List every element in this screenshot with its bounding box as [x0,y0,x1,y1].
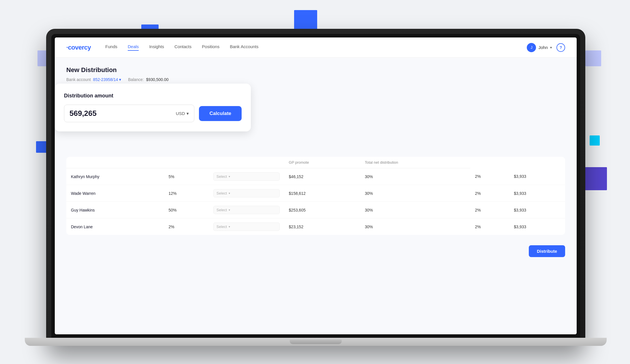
col-name [66,157,164,168]
col-net-distribution: Total net distribution [360,157,470,168]
nav-positions[interactable]: Positions [202,44,219,51]
select-dropdown-1[interactable]: Select ▾ [213,189,280,197]
bank-info: Bank account 852-23958/14 ▾ Balance: $93… [66,77,565,82]
select-dropdown-3[interactable]: Select ▾ [213,222,280,231]
cell-percent-3: 2% [164,218,209,235]
table-row: Kathryn Murphy 5% Select ▾ $46,152 30% 2… [66,168,565,185]
calculate-button[interactable]: Calculate [199,106,242,121]
nav-links: Funds Deals Insights Contacts Positions … [105,44,527,51]
dropdown-icon: ▾ [119,77,121,82]
main-content: New Distribution Bank account 852-23958/… [55,58,577,334]
cell-net-dist-1: $3,933 [509,185,565,202]
cell-amount-1: $158,612 [284,185,360,202]
page-title: New Distribution [66,66,565,74]
cell-amount-2: $253,605 [284,202,360,218]
nav-right: J John ▾ ? [527,43,565,52]
table-container: GP promote Total net distribution Kathry… [66,157,565,257]
deco-square-9 [584,167,607,190]
nav-funds[interactable]: Funds [105,44,117,51]
action-row: Distribute [66,239,565,257]
user-avatar: J [527,43,536,52]
amount-input[interactable] [69,109,176,118]
user-menu[interactable]: J John ▾ [527,43,552,52]
laptop-frame: ·covercy Funds Deals Insights Contacts P… [46,29,585,346]
cell-net-dist-2: $3,933 [509,202,565,218]
cell-select-1[interactable]: Select ▾ [209,185,284,202]
user-name: John [538,45,548,50]
select-dropdown-2[interactable]: Select ▾ [213,206,280,214]
cell-percent-0: 5% [164,168,209,185]
deco-square-6 [590,135,600,146]
cell-gp-promote-2: 2% [470,202,509,218]
cell-hurdle-2: 30% [360,202,470,218]
table-row: Devon Lane 2% Select ▾ $23,152 30% 2% $3… [66,218,565,235]
dropdown-chevron-icon-1: ▾ [229,192,230,195]
dropdown-chevron-icon-3: ▾ [229,225,230,228]
deco-square-7 [36,141,48,153]
cell-select-2[interactable]: Select ▾ [209,202,284,218]
amount-input-wrapper: USD ▾ [64,105,194,122]
dropdown-chevron-icon-2: ▾ [229,208,230,212]
cell-hurdle-3: 30% [360,218,470,235]
bank-account-label: Bank account [66,77,91,82]
table-body: Kathryn Murphy 5% Select ▾ $46,152 30% 2… [66,168,565,235]
balance-label: Balance: [128,77,144,82]
nav-contacts[interactable]: Contacts [174,44,191,51]
cell-hurdle-1: 30% [360,185,470,202]
distribution-table: GP promote Total net distribution Kathry… [66,157,565,235]
laptop-base [25,338,606,346]
screen-content: ·covercy Funds Deals Insights Contacts P… [55,37,577,334]
distribute-button[interactable]: Distribute [529,245,565,257]
table-header: GP promote Total net distribution [66,157,565,168]
select-dropdown-0[interactable]: Select ▾ [213,172,280,181]
nav-deals[interactable]: Deals [128,44,139,51]
distribution-input-row: USD ▾ Calculate [64,105,242,122]
distribution-card-title: Distribution amount [64,93,242,99]
bank-account-info: Bank account 852-23958/14 ▾ [66,77,121,82]
chevron-down-icon: ▾ [550,46,552,50]
cell-gp-promote-0: 2% [470,168,509,185]
col-percent [164,157,209,168]
cell-hurdle-0: 30% [360,168,470,185]
dropdown-chevron-icon-0: ▾ [229,175,230,178]
logo: ·covercy [66,44,91,51]
balance-info: Balance: $930,500.00 [128,77,168,82]
col-select [209,157,284,168]
nav-insights[interactable]: Insights [149,44,164,51]
bank-account-value[interactable]: 852-23958/14 ▾ [93,77,121,82]
cell-amount-0: $46,152 [284,168,360,185]
table-row: Guy Hawkins 50% Select ▾ $253,605 30% 2%… [66,202,565,218]
cell-name-0: Kathryn Murphy [66,168,164,185]
distribution-card: Distribution amount USD ▾ Calculate [55,84,251,131]
cell-gp-promote-1: 2% [470,185,509,202]
currency-chevron-icon: ▾ [187,111,189,116]
screen-bezel: ·covercy Funds Deals Insights Contacts P… [51,34,580,338]
cell-amount-3: $23,152 [284,218,360,235]
help-button[interactable]: ? [556,43,565,52]
cell-percent-1: 12% [164,185,209,202]
navbar: ·covercy Funds Deals Insights Contacts P… [55,37,577,58]
cell-name-2: Guy Hawkins [66,202,164,218]
cell-select-3[interactable]: Select ▾ [209,218,284,235]
cell-percent-2: 50% [164,202,209,218]
cell-net-dist-0: $3,933 [509,168,565,185]
currency-selector[interactable]: USD ▾ [176,111,189,116]
col-gp-promote: GP promote [284,157,360,168]
table-row: Wade Warren 12% Select ▾ $158,612 30% 2%… [66,185,565,202]
cell-name-1: Wade Warren [66,185,164,202]
cell-net-dist-3: $3,933 [509,218,565,235]
cell-name-3: Devon Lane [66,218,164,235]
balance-value: $930,500.00 [146,77,169,82]
cell-gp-promote-3: 2% [470,218,509,235]
nav-bank-accounts[interactable]: Bank Accounts [230,44,258,51]
deco-square-4 [585,50,601,66]
laptop-hinge [290,340,342,344]
cell-select-0[interactable]: Select ▾ [209,168,284,185]
